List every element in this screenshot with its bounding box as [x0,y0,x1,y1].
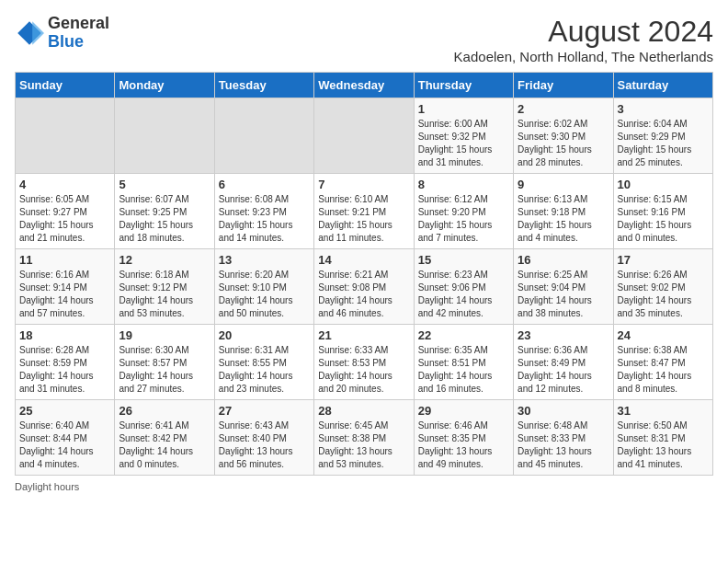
calendar-cell: 6Sunrise: 6:08 AMSunset: 9:23 PMDaylight… [214,174,313,249]
day-number: 28 [318,404,409,418]
calendar-cell: 25Sunrise: 6:40 AMSunset: 8:44 PMDayligh… [16,400,115,476]
day-of-week-header: Sunday [16,73,115,98]
day-number: 3 [618,102,709,116]
day-number: 17 [618,253,709,267]
day-number: 5 [119,178,210,191]
day-number: 15 [418,253,509,267]
day-info: Sunrise: 6:43 AMSunset: 8:40 PMDaylight:… [219,419,310,471]
day-of-week-header: Tuesday [214,73,313,98]
day-number: 24 [618,328,709,342]
day-info: Sunrise: 6:05 AMSunset: 9:27 PMDaylight:… [19,193,110,245]
day-of-week-header: Wednesday [314,73,414,98]
day-number: 21 [318,328,409,342]
day-of-week-header: Monday [115,73,214,98]
day-info: Sunrise: 6:48 AMSunset: 8:33 PMDaylight:… [518,419,609,471]
calendar-cell: 4Sunrise: 6:05 AMSunset: 9:27 PMDaylight… [16,174,115,249]
day-info: Sunrise: 6:15 AMSunset: 9:16 PMDaylight:… [618,193,709,245]
day-number: 13 [219,253,310,267]
calendar-cell: 11Sunrise: 6:16 AMSunset: 9:14 PMDayligh… [16,249,115,325]
day-number: 30 [518,404,609,418]
day-info: Sunrise: 6:21 AMSunset: 9:08 PMDaylight:… [318,269,409,320]
day-info: Sunrise: 6:00 AMSunset: 9:32 PMDaylight:… [418,118,509,169]
day-of-week-header: Friday [514,73,613,98]
day-info: Sunrise: 6:13 AMSunset: 9:18 PMDaylight:… [518,193,609,245]
calendar-cell: 8Sunrise: 6:12 AMSunset: 9:20 PMDaylight… [414,174,513,249]
day-number: 27 [219,404,310,418]
calendar-cell: 23Sunrise: 6:36 AMSunset: 8:49 PMDayligh… [514,325,613,400]
day-info: Sunrise: 6:28 AMSunset: 8:59 PMDaylight:… [19,344,110,396]
day-number: 6 [219,178,310,191]
calendar-cell: 22Sunrise: 6:35 AMSunset: 8:51 PMDayligh… [414,325,513,400]
day-number: 9 [518,178,609,191]
day-number: 14 [318,253,409,267]
day-of-week-header: Saturday [613,73,712,98]
calendar-cell: 19Sunrise: 6:30 AMSunset: 8:57 PMDayligh… [115,325,214,400]
day-number: 19 [119,328,210,342]
day-info: Sunrise: 6:38 AMSunset: 8:47 PMDaylight:… [618,344,709,396]
day-info: Sunrise: 6:50 AMSunset: 8:31 PMDaylight:… [618,419,709,471]
calendar-cell: 7Sunrise: 6:10 AMSunset: 9:21 PMDaylight… [314,174,414,249]
calendar-cell: 5Sunrise: 6:07 AMSunset: 9:25 PMDaylight… [115,174,214,249]
day-info: Sunrise: 6:25 AMSunset: 9:04 PMDaylight:… [518,269,609,320]
calendar-cell [115,98,214,174]
logo-icon [15,18,44,48]
calendar-cell: 31Sunrise: 6:50 AMSunset: 8:31 PMDayligh… [613,400,712,476]
day-info: Sunrise: 6:02 AMSunset: 9:30 PMDaylight:… [518,118,609,169]
day-number: 8 [418,178,509,191]
day-info: Sunrise: 6:30 AMSunset: 8:57 PMDaylight:… [119,344,210,396]
calendar-cell: 13Sunrise: 6:20 AMSunset: 9:10 PMDayligh… [214,249,313,325]
calendar-cell: 9Sunrise: 6:13 AMSunset: 9:18 PMDaylight… [514,174,613,249]
svg-marker-1 [32,21,44,45]
month-year: August 2024 [454,15,713,49]
title-area: August 2024 Kadoelen, North Holland, The… [454,15,713,64]
calendar-cell: 26Sunrise: 6:41 AMSunset: 8:42 PMDayligh… [115,400,214,476]
day-info: Sunrise: 6:46 AMSunset: 8:35 PMDaylight:… [418,419,509,471]
day-info: Sunrise: 6:36 AMSunset: 8:49 PMDaylight:… [518,344,609,396]
day-info: Sunrise: 6:23 AMSunset: 9:06 PMDaylight:… [418,269,509,320]
calendar-cell: 14Sunrise: 6:21 AMSunset: 9:08 PMDayligh… [314,249,414,325]
calendar-cell: 18Sunrise: 6:28 AMSunset: 8:59 PMDayligh… [16,325,115,400]
calendar-cell: 10Sunrise: 6:15 AMSunset: 9:16 PMDayligh… [613,174,712,249]
day-number: 12 [119,253,210,267]
day-number: 31 [618,404,709,418]
calendar-cell: 30Sunrise: 6:48 AMSunset: 8:33 PMDayligh… [514,400,613,476]
day-number: 1 [418,102,509,116]
calendar-cell: 24Sunrise: 6:38 AMSunset: 8:47 PMDayligh… [613,325,712,400]
day-info: Sunrise: 6:20 AMSunset: 9:10 PMDaylight:… [219,269,310,320]
calendar-cell: 17Sunrise: 6:26 AMSunset: 9:02 PMDayligh… [613,249,712,325]
day-number: 20 [219,328,310,342]
calendar-cell: 28Sunrise: 6:45 AMSunset: 8:38 PMDayligh… [314,400,414,476]
calendar-cell [314,98,414,174]
day-number: 7 [318,178,409,191]
calendar-cell: 21Sunrise: 6:33 AMSunset: 8:53 PMDayligh… [314,325,414,400]
day-number: 26 [119,404,210,418]
day-number: 25 [19,404,110,418]
day-info: Sunrise: 6:16 AMSunset: 9:14 PMDaylight:… [19,269,110,320]
day-number: 18 [19,328,110,342]
day-of-week-header: Thursday [414,73,513,98]
day-number: 16 [518,253,609,267]
day-number: 10 [618,178,709,191]
day-info: Sunrise: 6:33 AMSunset: 8:53 PMDaylight:… [318,344,409,396]
day-info: Sunrise: 6:08 AMSunset: 9:23 PMDaylight:… [219,193,310,245]
day-info: Sunrise: 6:26 AMSunset: 9:02 PMDaylight:… [618,269,709,320]
calendar-cell: 1Sunrise: 6:00 AMSunset: 9:32 PMDaylight… [414,98,513,174]
calendar-cell: 29Sunrise: 6:46 AMSunset: 8:35 PMDayligh… [414,400,513,476]
calendar-cell: 3Sunrise: 6:04 AMSunset: 9:29 PMDaylight… [613,98,712,174]
calendar-table: SundayMondayTuesdayWednesdayThursdayFrid… [15,72,713,476]
day-info: Sunrise: 6:40 AMSunset: 8:44 PMDaylight:… [19,419,110,471]
calendar-cell: 2Sunrise: 6:02 AMSunset: 9:30 PMDaylight… [514,98,613,174]
day-info: Sunrise: 6:31 AMSunset: 8:55 PMDaylight:… [219,344,310,396]
logo-text: General Blue [48,15,109,52]
footer-note: Daylight hours [15,481,713,492]
day-info: Sunrise: 6:35 AMSunset: 8:51 PMDaylight:… [418,344,509,396]
calendar-cell [16,98,115,174]
day-info: Sunrise: 6:45 AMSunset: 8:38 PMDaylight:… [318,419,409,471]
day-number: 23 [518,328,609,342]
day-info: Sunrise: 6:07 AMSunset: 9:25 PMDaylight:… [119,193,210,245]
header: General Blue August 2024 Kadoelen, North… [15,15,713,64]
calendar-cell: 16Sunrise: 6:25 AMSunset: 9:04 PMDayligh… [514,249,613,325]
calendar-cell [214,98,313,174]
calendar-cell: 15Sunrise: 6:23 AMSunset: 9:06 PMDayligh… [414,249,513,325]
day-info: Sunrise: 6:18 AMSunset: 9:12 PMDaylight:… [119,269,210,320]
